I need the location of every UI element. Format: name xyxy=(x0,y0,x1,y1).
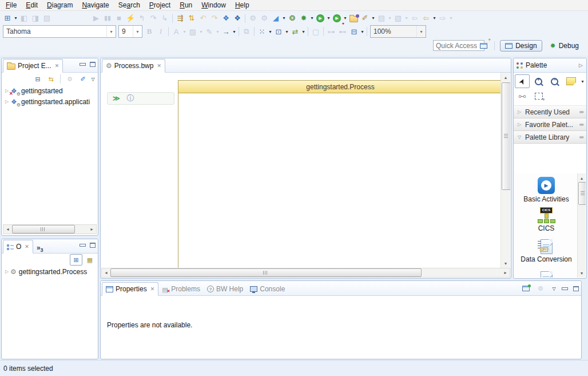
align-arrow-icon[interactable]: ▾ xyxy=(284,26,289,37)
maximize-icon[interactable] xyxy=(573,286,579,291)
font-combo-arrow-icon[interactable]: ▾ xyxy=(106,26,116,37)
close-icon[interactable]: ✕ xyxy=(150,286,155,292)
view-menu-icon[interactable]: ▽ xyxy=(551,285,557,292)
tree-item-gettingstarted-application[interactable]: ▷ ❖ ⚙ gettingstarted.applicati xyxy=(2,96,98,107)
menu-window[interactable]: Window xyxy=(197,0,231,11)
palette-item-cics[interactable]: CICS CICS xyxy=(514,207,578,232)
scroll-down-icon[interactable]: ▾ xyxy=(501,259,510,267)
format-brush-icon[interactable]: ✐ xyxy=(359,13,371,24)
last-edit-location-icon[interactable]: ▤ xyxy=(376,13,387,24)
bold-icon[interactable]: B xyxy=(144,26,155,37)
next-annotation-icon[interactable]: ▧ xyxy=(392,13,404,24)
scroll-left-icon[interactable]: ◂ xyxy=(3,225,12,233)
zoom-combo[interactable]: 100% ▾ xyxy=(370,25,426,38)
editor-vscrollbar[interactable]: ▴ ▾ xyxy=(500,73,510,268)
step-return-icon[interactable]: ↰ xyxy=(136,13,148,24)
palette-item-data-conversion[interactable]: CPY Data Conversion xyxy=(514,239,578,263)
link-with-editor-icon[interactable]: ⇆ xyxy=(45,73,57,85)
advanced-properties-icon[interactable]: ⚙ xyxy=(535,285,546,292)
menu-search[interactable]: Search xyxy=(114,0,145,11)
scrollbar-thumb[interactable] xyxy=(502,82,510,190)
run-button-icon[interactable]: ▶ xyxy=(315,13,326,24)
line-style-icon[interactable]: ✎ xyxy=(204,26,215,37)
next-annotation-dropdown-arrow-icon[interactable]: ▾ xyxy=(404,13,409,24)
marquee-tool-button[interactable] xyxy=(531,89,546,103)
expander-icon[interactable]: ▷ xyxy=(3,99,10,104)
forward-history-icon[interactable]: ⇨ xyxy=(437,13,448,24)
external-tools-icon[interactable]: ⚙ xyxy=(247,13,259,24)
menu-help[interactable]: Help xyxy=(231,0,254,11)
settings-gear-icon[interactable]: ⚙ xyxy=(259,13,270,24)
scroll-right-icon[interactable]: ▸ xyxy=(501,268,510,277)
tab-bw-help[interactable]: ? BW Help xyxy=(204,282,247,296)
scroll-up-icon[interactable]: ▴ xyxy=(578,174,586,182)
zoom-out-button[interactable]: − xyxy=(547,74,562,88)
maximize-icon[interactable] xyxy=(90,62,96,67)
close-icon[interactable]: ✕ xyxy=(25,244,29,250)
design-perspective-button[interactable]: Design xyxy=(500,40,542,52)
open-perspective-button[interactable]: ✦ xyxy=(478,40,489,52)
tree-item-gettingstarted[interactable]: ▷ ❖ ✕ ⚙ gettingstarted xyxy=(2,85,98,96)
note-dropdown-arrow-icon[interactable]: ▾ xyxy=(580,76,585,87)
tab-process-bwp[interactable]: ⚙ Process.bwp ✕ xyxy=(102,59,165,73)
forward-dropdown-arrow-icon[interactable]: ▾ xyxy=(448,13,454,24)
info-icon[interactable]: ⓘ xyxy=(127,93,134,104)
collapse-all-icon[interactable]: ⊟ xyxy=(32,73,43,85)
menu-project[interactable]: Project xyxy=(145,0,175,11)
debug-bug-icon[interactable]: ✸ xyxy=(298,13,309,24)
print-icon[interactable]: ▤ xyxy=(41,13,53,24)
palette-collapse-icon[interactable]: ▷ xyxy=(579,62,583,68)
generate-service-icon[interactable]: ❂ xyxy=(287,13,298,24)
scrollbar-thumb[interactable] xyxy=(578,182,586,205)
process-canvas[interactable]: ≫ ⓘ gettingstarted.Process ▴ ▾ ◂ ▸ xyxy=(101,73,510,278)
customize-view-icon[interactable]: ✐ xyxy=(77,73,89,85)
debug-dropdown-arrow-icon[interactable]: ▾ xyxy=(309,13,315,24)
menu-file[interactable]: File xyxy=(1,0,21,11)
font-color-arrow-icon[interactable]: ▾ xyxy=(182,26,187,37)
table-layout-icon[interactable]: ⊟ xyxy=(348,26,360,37)
focus-gear-icon[interactable]: ⚙ xyxy=(64,73,76,85)
run-to-icon[interactable]: ≫ xyxy=(113,94,120,102)
quick-access-input[interactable] xyxy=(433,40,484,51)
hidden-tabs-chevron[interactable]: »3 xyxy=(37,244,43,253)
tab-console[interactable]: Console xyxy=(247,282,288,296)
tab-outline[interactable]: O ✕ xyxy=(3,240,33,254)
tab-project-explorer[interactable]: Project E... ✕ xyxy=(3,59,63,73)
palette-item-file[interactable]: File xyxy=(514,271,578,278)
drawer-recently-used[interactable]: ▷ Recently Used ⇹ xyxy=(514,106,586,118)
align-icon[interactable]: ⊡ xyxy=(273,26,284,37)
new-dropdown-arrow-icon[interactable]: ▾ xyxy=(13,13,18,24)
last-edit-dropdown-arrow-icon[interactable]: ▾ xyxy=(387,13,392,24)
minimize-icon[interactable] xyxy=(562,287,568,290)
merge-shapes-icon[interactable]: ⊶ xyxy=(325,26,337,37)
zoom-combo-arrow-icon[interactable]: ▾ xyxy=(416,26,426,37)
process-header[interactable]: gettingstarted.Process xyxy=(178,81,502,93)
close-icon[interactable]: ✕ xyxy=(157,63,161,69)
open-run-config-icon[interactable] xyxy=(348,13,359,24)
maximize-icon[interactable] xyxy=(90,243,96,248)
palette-header[interactable]: Palette ▷ xyxy=(514,58,586,73)
close-icon[interactable]: ✕ xyxy=(55,63,59,69)
minimize-icon[interactable] xyxy=(80,63,86,66)
copy-appearance-icon[interactable]: ⧉ xyxy=(241,26,252,37)
fill-color-arrow-icon[interactable]: ▾ xyxy=(198,26,204,37)
nav-back-curved-icon[interactable]: ↶ xyxy=(197,13,209,24)
tab-properties[interactable]: Properties ✕ xyxy=(102,282,158,296)
table-mode-icon[interactable]: ▦ xyxy=(84,254,96,266)
tree-mode-button[interactable]: ⊞ xyxy=(70,254,82,266)
select-tool-button[interactable]: ➤ xyxy=(515,74,530,88)
line-style-arrow-icon[interactable]: ▾ xyxy=(215,26,220,37)
back-disabled-icon[interactable]: ⇦ xyxy=(409,13,420,24)
back-history-icon[interactable]: ⇦ xyxy=(420,13,432,24)
show-execution-icon[interactable]: ⇶ xyxy=(174,13,186,24)
scroll-right-icon[interactable]: ▸ xyxy=(88,225,96,233)
process-box[interactable]: gettingstarted.Process xyxy=(178,80,503,269)
menu-edit[interactable]: Edit xyxy=(21,0,42,11)
font-color-icon[interactable]: A xyxy=(170,26,182,37)
scroll-down-icon[interactable]: ▾ xyxy=(578,269,586,277)
stop-icon[interactable]: ■ xyxy=(113,13,125,24)
drawer-pin-icon[interactable]: ⇹ xyxy=(579,121,584,128)
expander-icon[interactable]: ▷ xyxy=(3,269,10,274)
select-connections-icon[interactable]: ⁙ xyxy=(256,26,268,37)
fill-color-icon[interactable]: ▨ xyxy=(187,26,198,37)
